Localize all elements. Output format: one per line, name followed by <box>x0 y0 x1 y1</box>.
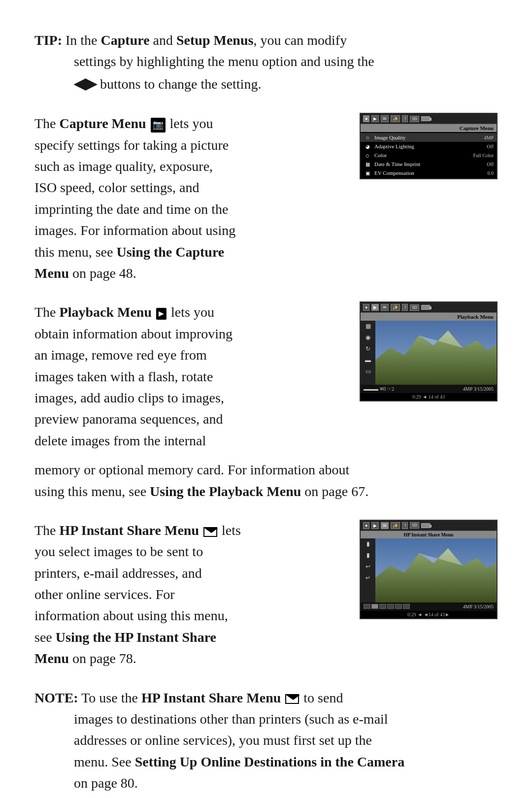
pb-bottom-text: 0:29 ◄ 14 of 43 <box>412 394 445 399</box>
pb-icon-sun: ✨ <box>391 304 400 311</box>
playback-intro-rest: lets you <box>171 304 214 320</box>
note-text2: to send <box>303 690 343 705</box>
topbar-icon-mail: ✉ <box>381 115 389 122</box>
topbar-icon-play: ▶ <box>371 115 379 122</box>
playback-cont2-bold: Using the Playback Menu <box>150 484 301 499</box>
note-indent3-bold: Setting Up Online Destinations in the Ca… <box>135 754 405 769</box>
note-indent1: images to destinations other than printe… <box>74 711 388 727</box>
filmstrip-cell-4 <box>387 604 394 609</box>
capture-line7: this menu, see <box>34 244 116 260</box>
pb-info-icons: ▬▬▬ ✉3 ☞2 <box>364 386 394 392</box>
capture-intro-bold: Capture Menu <box>60 116 146 131</box>
note-indent2: addresses or online services), you must … <box>74 732 372 748</box>
tip-bold1: Capture <box>101 33 150 48</box>
tip-line3: ◀▶ buttons to change the setting. <box>34 72 498 96</box>
sh-icon-camera: ● <box>363 522 369 529</box>
tip-text3: , you can modify <box>253 33 347 48</box>
topbar-icon-sd: SD <box>410 116 419 122</box>
tip-block: TIP: In the Capture and Setup Menus, you… <box>34 30 498 95</box>
pb-icon-mail: ✉ <box>381 304 389 311</box>
playback-continuation: memory or optional memory card. For info… <box>34 459 498 502</box>
share-line7-bold: Menu <box>34 651 69 666</box>
share-line4: other online services. For <box>34 587 175 602</box>
pb-sidebar-icon3: ↻ <box>366 345 370 353</box>
capture-menu-body: ☆ Image Quality 4MP ◕ Adaptive Lighting … <box>361 132 497 178</box>
topbar-icon-sun: ✨ <box>391 115 400 122</box>
row-icon-4: ▣ <box>364 170 371 176</box>
capture-line5: imprinting the date and time on the <box>34 201 228 217</box>
note-text1: To use the <box>78 690 141 705</box>
row-value-0: 4MP <box>484 135 494 140</box>
row-label-4: EV Compensation <box>374 170 485 176</box>
playback-cont2-rest: on page 67. <box>301 484 368 499</box>
tip-text2: and <box>150 33 176 48</box>
share-line3: printers, e-mail addresses, and <box>34 565 202 581</box>
capture-intro-the: The <box>34 116 60 131</box>
playback-intro-the: The <box>34 304 60 320</box>
pb-sidebar-icon5: ▭ <box>366 368 371 375</box>
sh-icon-sun: ✨ <box>391 522 400 529</box>
playback-screen-display: ● ▶ ✉ ✨ ? SD Playback Menu ▦ ◉ ↻ ▬ ▭ <box>360 301 498 401</box>
filmstrip-cell-2 <box>371 604 378 609</box>
playback-topbar-icons: ● ▶ ✉ ✨ ? SD <box>363 304 430 311</box>
capture-topbar-icons: ● ▶ ✉ ✨ ? SD <box>363 115 430 122</box>
topbar-icon-camera: ● <box>363 115 369 122</box>
playback-cont2: using this menu, see <box>34 484 150 499</box>
share-mountain-svg <box>375 538 497 602</box>
row-value-3: Off <box>487 162 494 167</box>
capture-row-4: ▣ EV Compensation 0.0 <box>361 168 497 177</box>
topbar-icon-help: ? <box>402 115 408 122</box>
note-indent4: on page 80. <box>74 775 138 791</box>
note-bold1: HP Instant Share Menu <box>141 690 281 705</box>
playback-menu-text: The Playback Menu ▶ lets you obtain info… <box>34 301 345 451</box>
playback-cont1: memory or optional memory card. For info… <box>34 462 349 477</box>
sh-bottom-text: 0:29 ◄ ◄14 of 43► <box>407 612 450 617</box>
share-line6: see <box>34 630 56 645</box>
share-icon <box>203 527 217 537</box>
pb-info-right: 4MP 3/15/2005 <box>463 386 494 392</box>
capture-line7-bold: Using the Capture <box>116 244 224 260</box>
share-intro-the: The <box>34 523 60 538</box>
row-label-1: Adaptive Lighting <box>374 143 484 149</box>
capture-row-1: ◕ Adaptive Lighting Off <box>361 142 497 151</box>
pb-sidebar-icon4: ▬ <box>365 357 371 364</box>
row-label-3: Date & Time Imprint <box>374 161 484 167</box>
capture-line2: specify settings for taking a picture <box>34 137 229 153</box>
capture-row-0: ☆ Image Quality 4MP <box>361 133 497 142</box>
capture-line3: such as image quality, exposure, <box>34 159 213 174</box>
sh-sidebar-icon4: ↵ <box>366 574 370 582</box>
capture-line6: images. For information about using <box>34 223 235 238</box>
capture-icon: 📷 <box>151 118 166 133</box>
capture-menu-section: The Capture Menu 📷 lets you specify sett… <box>34 113 498 284</box>
filmstrip <box>364 604 410 609</box>
share-bottom-text: 0:29 ◄ ◄14 of 43► <box>361 611 497 618</box>
pb-icon-play: ▶ <box>371 304 379 311</box>
capture-row-2: ◇ Color Full Color <box>361 151 497 160</box>
playback-menu-title: Playback Menu <box>361 313 497 321</box>
pb-sidebar-icon1: ▦ <box>366 323 371 330</box>
playback-menu-screen: ● ▶ ✉ ✨ ? SD Playback Menu ▦ ◉ ↻ ▬ ▭ <box>360 301 498 401</box>
playback-line7: delete images from the internal <box>34 433 206 448</box>
share-intro-rest: lets <box>222 523 241 538</box>
share-topbar-icons: ● ▶ ✉ ✨ ? SD <box>363 522 430 529</box>
playback-main-area: ▦ ◉ ↻ ▬ ▭ <box>361 321 497 385</box>
capture-line4: ISO speed, color settings, and <box>34 180 199 195</box>
pb-icon-help: ? <box>402 304 408 311</box>
capture-intro-rest: lets you <box>170 116 213 131</box>
playback-bottom-bar: 0:29 ◄ 14 of 43 <box>361 393 497 400</box>
playback-sidebar: ▦ ◉ ↻ ▬ ▭ <box>361 321 375 385</box>
share-topbar: ● ▶ ✉ ✨ ? SD <box>361 521 497 531</box>
note-label: NOTE: <box>34 690 78 705</box>
filmstrip-cell-6 <box>403 604 410 609</box>
playback-topbar: ● ▶ ✉ ✨ ? SD <box>361 302 497 313</box>
capture-menu-text: The Capture Menu 📷 lets you specify sett… <box>34 113 345 284</box>
tip-bold2: Setup Menus <box>176 33 253 48</box>
sh-battery <box>421 523 430 528</box>
row-value-4: 0.0 <box>488 170 494 176</box>
row-icon-0: ☆ <box>364 135 371 140</box>
sh-info-right: 4MP 3/15/2005 <box>463 604 494 609</box>
capture-line8-bold: Menu <box>34 266 69 281</box>
topbar-battery <box>421 116 430 121</box>
share-title-bar: HP Instant Share Menu <box>361 531 497 538</box>
playback-line2: obtain information about improving <box>34 326 233 341</box>
